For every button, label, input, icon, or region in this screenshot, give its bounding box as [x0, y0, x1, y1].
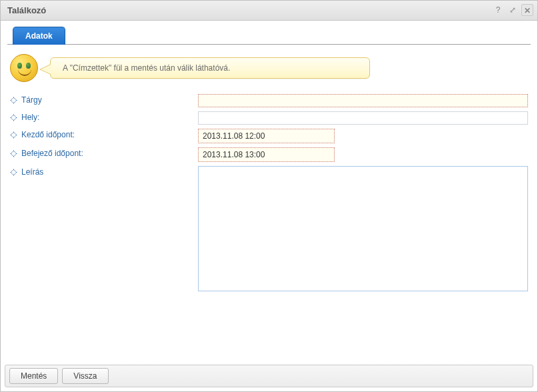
maximize-icon[interactable]: ⤢: [507, 4, 519, 16]
end-time-label: Befejező időpont:: [11, 147, 191, 162]
meeting-window: Találkozó ? ⤢ ✕ Adatok A "Címzettek" fül…: [0, 0, 538, 392]
notice-bubble: A "Címzettek" fül a mentés után válik lá…: [50, 57, 370, 79]
back-button[interactable]: Vissza: [62, 368, 108, 384]
smiley-icon: [10, 54, 38, 82]
window-controls: ? ⤢ ✕: [492, 4, 533, 16]
notice-row: A "Címzettek" fül a mentés után válik lá…: [10, 54, 531, 82]
start-time-label: Kezdő időpont:: [11, 129, 191, 143]
window-title: Találkozó: [7, 5, 46, 15]
close-icon[interactable]: ✕: [521, 4, 533, 16]
description-input[interactable]: [198, 166, 528, 291]
footer-bar: Mentés Vissza: [5, 365, 533, 387]
location-input[interactable]: [198, 111, 528, 125]
tab-data[interactable]: Adatok: [13, 27, 65, 45]
start-time-input[interactable]: [198, 129, 335, 143]
titlebar: Találkozó ? ⤢ ✕: [1, 1, 537, 21]
help-icon[interactable]: ?: [492, 4, 504, 16]
description-label: Leírás: [11, 166, 191, 293]
bullet-icon: [11, 132, 17, 139]
save-button[interactable]: Mentés: [9, 368, 58, 384]
bullet-icon: [11, 115, 17, 121]
location-label: Hely:: [11, 111, 191, 125]
notice-text: A "Címzettek" fül a mentés után válik lá…: [63, 63, 230, 73]
subject-label: Tárgy: [11, 94, 191, 107]
tab-bar: Adatok: [7, 26, 531, 45]
content-area: Adatok A "Címzettek" fül a mentés után v…: [1, 21, 537, 293]
form: Tárgy Hely: Kezdő időpont: Befejező: [7, 94, 531, 293]
bullet-icon: [11, 151, 17, 157]
bullet-icon: [11, 97, 17, 104]
subject-input[interactable]: [198, 94, 528, 107]
end-time-input[interactable]: [198, 147, 335, 162]
bullet-icon: [11, 169, 17, 176]
